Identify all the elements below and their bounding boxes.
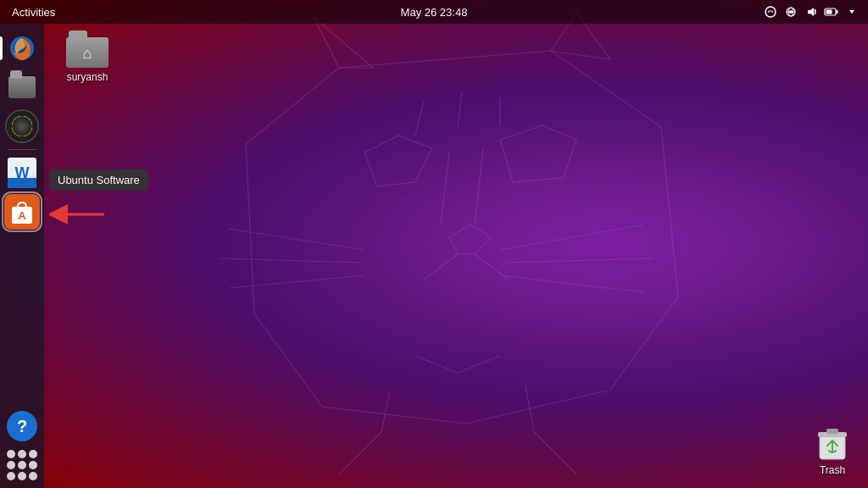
svg-line-22 — [526, 385, 534, 432]
svg-text:A: A — [18, 209, 26, 222]
svg-rect-34 — [826, 10, 832, 14]
sidebar-item-app-grid[interactable] — [4, 447, 40, 483]
svg-marker-0 — [246, 51, 678, 424]
svg-marker-31 — [808, 8, 814, 16]
sidebar-item-firefox[interactable] — [4, 30, 40, 66]
sidebar-item-writer[interactable]: W — [4, 155, 40, 191]
svg-marker-4 — [500, 125, 576, 182]
system-tray — [763, 4, 860, 19]
desktop: Activities May 26 23:48 — [0, 0, 868, 488]
sidebar-item-ubuntu-software[interactable]: A — [4, 194, 40, 230]
svg-line-20 — [458, 356, 500, 373]
svg-rect-44 — [826, 429, 838, 434]
svg-marker-1 — [314, 17, 373, 68]
svg-marker-3 — [364, 136, 432, 186]
clock: May 26 23:48 — [401, 6, 468, 19]
home-folder-label: suryansh — [67, 71, 108, 83]
svg-marker-35 — [849, 10, 854, 14]
battery-icon[interactable] — [824, 4, 839, 19]
tray-dropdown-icon[interactable] — [844, 4, 860, 19]
svg-line-11 — [500, 225, 644, 250]
topbar: Activities May 26 23:48 — [0, 0, 868, 24]
cat-background — [0, 0, 868, 488]
svg-line-10 — [229, 275, 364, 288]
home-folder-icon[interactable]: ⌂ suryansh — [58, 30, 117, 83]
sidebar-item-rhythmbox[interactable] — [4, 108, 40, 144]
svg-line-6 — [424, 254, 458, 280]
folder-graphic: ⌂ — [66, 30, 108, 68]
app-grid-icon — [7, 450, 37, 480]
svg-line-15 — [475, 148, 483, 225]
svg-line-16 — [415, 102, 424, 136]
svg-line-23 — [339, 432, 381, 474]
svg-rect-33 — [836, 10, 838, 14]
svg-line-13 — [500, 275, 644, 292]
svg-line-14 — [441, 152, 449, 225]
trash-icon-graphic — [814, 425, 851, 463]
trash-label: Trash — [820, 464, 845, 476]
svg-line-19 — [415, 356, 458, 373]
activities-button[interactable]: Activities — [8, 6, 58, 19]
svg-line-8 — [229, 229, 364, 250]
svg-line-21 — [381, 390, 390, 432]
dock-divider — [8, 149, 36, 150]
help-icon: ? — [7, 411, 37, 441]
ubuntu-software-icon-inner: A — [8, 197, 36, 226]
folder-home-symbol: ⌂ — [83, 45, 92, 63]
sidebar: W A ? — [0, 24, 44, 488]
svg-point-26 — [765, 7, 776, 17]
svg-line-24 — [534, 432, 576, 474]
network-icon[interactable] — [783, 4, 798, 19]
sidebar-item-files[interactable] — [4, 69, 40, 105]
svg-line-17 — [458, 93, 462, 125]
trash-icon[interactable]: Trash — [814, 425, 851, 476]
svg-marker-5 — [449, 225, 492, 254]
signal-icon[interactable] — [763, 4, 778, 19]
svg-line-9 — [220, 258, 360, 263]
svg-line-12 — [504, 258, 653, 263]
sidebar-item-help[interactable]: ? — [4, 408, 40, 444]
sound-icon[interactable] — [804, 4, 819, 19]
svg-line-25 — [339, 195, 449, 203]
